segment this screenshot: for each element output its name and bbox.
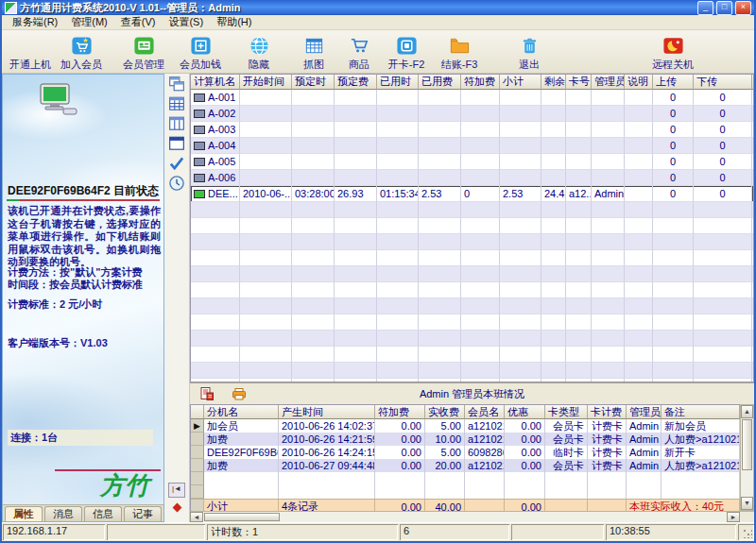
list-view-icon[interactable] (168, 115, 185, 132)
machine-row-7[interactable]: DEE...2010-06-...03:28:0026.9301:15:342.… (191, 186, 753, 202)
machine-row-empty[interactable] (191, 202, 753, 218)
report-icon[interactable] (199, 386, 215, 401)
cell-剩余 (541, 170, 566, 186)
session-row-3[interactable]: DEE92F0F69B64F22010-06-26 14:24:150.005.… (191, 446, 740, 459)
close-button[interactable]: × (735, 1, 751, 15)
cell-说明 (625, 186, 653, 202)
grid-view-icon[interactable] (168, 95, 185, 112)
session-row-2[interactable]: 加费2010-06-26 14:21:590.0010.00a1210210.0… (191, 433, 740, 446)
check-icon[interactable] (168, 155, 185, 172)
clock-icon[interactable] (168, 175, 185, 192)
scroll-left-icon[interactable]: ◄ (190, 512, 203, 522)
scroll-down-icon[interactable]: ▼ (741, 497, 753, 510)
cell-下传: 0 (694, 90, 752, 106)
cell-计算机名 (191, 234, 240, 250)
machine-row-empty[interactable] (191, 266, 753, 282)
toolbar-open-machine-button[interactable]: 开通上机 (6, 32, 55, 72)
column-header-13: 上传 (653, 75, 694, 90)
cell-剩余 (541, 282, 566, 298)
cell-备注: 人加费>a121021 (662, 459, 740, 472)
machine-row-empty[interactable] (191, 363, 753, 379)
scroll-right-icon[interactable]: ► (727, 512, 740, 522)
cell-管理员 (592, 266, 625, 282)
hscroll-thumb[interactable] (204, 513, 280, 521)
collapse-left-icon[interactable]: |◄ (168, 483, 185, 498)
machine-row-empty[interactable] (191, 218, 753, 234)
tab-属性[interactable]: 属性 (5, 506, 43, 521)
cell-下传: 0 (694, 154, 752, 170)
menu-item-1[interactable]: 服务端(R) (6, 15, 64, 29)
cell-卡号 (566, 331, 592, 347)
machine-row-2[interactable]: A-00200 (191, 106, 753, 122)
menu-item-5[interactable]: 帮助(H) (210, 15, 258, 29)
cell-filler (752, 347, 754, 363)
session-horizontal-scrollbar[interactable]: ◄ ► (190, 511, 754, 522)
cell-计算机名 (191, 218, 240, 234)
window-view-icon[interactable] (168, 135, 185, 152)
machine-row-empty[interactable] (191, 314, 753, 331)
cart-icon (349, 35, 370, 57)
machine-row-empty[interactable] (191, 347, 753, 363)
cascade-windows-icon[interactable] (168, 76, 185, 93)
toolbar-screenshot-button[interactable]: 抓图 (293, 32, 335, 72)
cell-预定费 (335, 282, 377, 298)
machine-row-4[interactable]: A-00400 (191, 138, 753, 154)
cell-备注 (662, 472, 740, 485)
column-header-卡类型: 卡类型 (545, 405, 588, 419)
machine-row-1[interactable]: A-00100 (191, 90, 753, 106)
toolbar-hide-button[interactable]: 隐藏 (238, 32, 280, 72)
title-bar[interactable]: 方竹通用计费系统2010-V 1.01--管理员：Admin _ □ × (2, 0, 754, 15)
cell-预定时: 03:28:00 (292, 186, 335, 202)
column-header-备注: 备注 (662, 405, 740, 419)
cell-预定费 (335, 314, 377, 331)
machine-row-empty[interactable] (191, 250, 753, 266)
cell-实收费: 10.00 (425, 433, 465, 446)
cell-分机名: 加会员 (204, 419, 279, 433)
machine-row-empty[interactable] (191, 331, 753, 347)
toolbar-open-card-button[interactable]: 开卡-F2 (380, 32, 433, 72)
menu-item-3[interactable]: 查看(V) (114, 15, 163, 29)
scroll-up-icon[interactable]: ▲ (741, 405, 753, 418)
cell-分机名 (204, 485, 279, 499)
cell-已用费 (419, 218, 461, 234)
tab-消息[interactable]: 消息 (44, 506, 82, 521)
column-header-产生时间: 产生时间 (279, 405, 375, 419)
machine-row-empty[interactable] (191, 234, 753, 250)
machine-row-empty[interactable] (191, 282, 753, 298)
toolbar-member-recharge-button[interactable]: 会员加钱 (172, 32, 229, 72)
menu-item-4[interactable]: 设置(S) (162, 15, 210, 29)
maximize-button[interactable]: □ (716, 1, 732, 15)
cell-产生时间: 2010-06-26 14:24:15 (279, 446, 375, 459)
session-row-1[interactable]: ▶加会员2010-06-26 14:02:370.005.00a1210210.… (191, 419, 740, 433)
cell-实收费: 5.00 (425, 419, 465, 433)
toolbar-remote-shutdown-button[interactable]: 远程关机 (641, 32, 705, 72)
session-row-empty[interactable] (191, 485, 740, 499)
menu-item-2[interactable]: 管理(M) (64, 15, 114, 29)
toolbar: 开通上机加入会员会员管理会员加钱隐藏抓图商品开卡-F2结账-F3退出远程关机 (2, 30, 754, 74)
session-row-4[interactable]: 加费2010-06-27 09:44:480.0020.00a1210210.0… (191, 459, 740, 472)
scroll-thumb[interactable] (742, 419, 752, 470)
cell-上传 (653, 331, 694, 347)
brand-logo: 方竹 (55, 469, 161, 499)
cell-说明 (625, 363, 653, 379)
printer-icon[interactable] (232, 386, 247, 401)
session-vertical-scrollbar[interactable]: ▲ ▼ (740, 404, 754, 511)
machine-row-empty[interactable] (191, 298, 753, 314)
toolbar-goods-button[interactable]: 商品 (338, 32, 380, 72)
toolbar-button-label: 隐藏 (249, 58, 269, 72)
tab-记事[interactable]: 记事 (124, 506, 162, 521)
machine-row-5[interactable]: A-00500 (191, 154, 753, 170)
tab-信息[interactable]: 信息 (84, 506, 122, 521)
machine-row-3[interactable]: A-00300 (191, 122, 753, 138)
toolbar-checkout-button[interactable]: 结账-F3 (433, 32, 486, 72)
session-row-empty[interactable] (191, 472, 740, 485)
machine-row-6[interactable]: A-00600 (191, 170, 753, 186)
cell-卡类型: 会员卡 (545, 433, 588, 446)
toolbar-exit-button[interactable]: 退出 (508, 32, 550, 72)
toolbar-member-manage-button[interactable]: 会员管理 (115, 32, 172, 72)
cell-会员名: a121021 (465, 433, 505, 446)
toolbar-add-member-button[interactable]: 加入会员 (55, 32, 108, 72)
cell-卡号 (566, 266, 592, 282)
cell-预定时 (292, 347, 335, 363)
minimize-button[interactable]: _ (697, 1, 713, 15)
